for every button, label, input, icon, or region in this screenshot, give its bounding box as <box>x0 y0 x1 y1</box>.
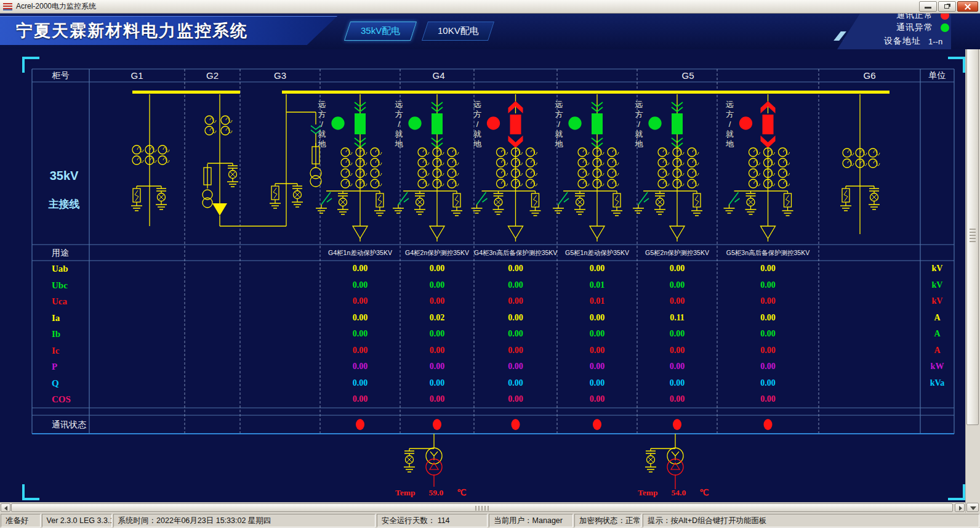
close-button[interactable] <box>957 1 978 12</box>
group-label-g4: G4 <box>320 69 557 82</box>
breaker-open[interactable] <box>592 113 603 134</box>
unit-cell: kV <box>920 261 954 277</box>
remote-local-label: 远方/就地 <box>318 100 327 148</box>
device-address-value: 1--n <box>928 37 949 46</box>
scroll-left-button[interactable] <box>1 503 10 512</box>
statusbar: 准备好Ver 2.3.0 LEG 3.3.18系统时间：2022年06月23日 … <box>0 513 980 528</box>
mimic-panel: 远方/就地远方/就地远方/就地远方/就地远方/就地远方/就地 柜号 G1 G2 … <box>0 49 965 502</box>
restore-button[interactable] <box>938 1 956 12</box>
horizontal-scroll-thumb[interactable] <box>11 503 953 512</box>
value-cell: 0.00 <box>557 391 637 407</box>
value-cell: 0.00 <box>320 359 400 375</box>
unit-cell: A <box>920 326 954 342</box>
scroll-right-button[interactable] <box>955 503 965 512</box>
status-legend-row: 通讯异常 <box>896 22 949 34</box>
feeder-bay-1[interactable]: 远方/就地 <box>316 94 385 242</box>
remote-local-label: 远方/就地 <box>555 100 564 148</box>
acrel-scada-window: Acrel-2000电力监控系统 宁夏天霖新材料电力监控系统 35kV配电 10… <box>0 0 980 528</box>
value-cell: 0.00 <box>474 293 557 309</box>
scroll-right-icon <box>959 506 962 511</box>
tab-10kv[interactable]: 10KV配电 <box>422 22 494 41</box>
value-cell: 0.00 <box>474 310 557 326</box>
value-cell: 0.00 <box>320 375 400 391</box>
value-cell: 0.00 <box>400 261 474 277</box>
breaker-open[interactable] <box>672 113 683 134</box>
statusbar-segment: 提示：按Alt+D组合键打开功能面板 <box>643 514 979 527</box>
remote-local-label: 远方/就地 <box>635 100 644 148</box>
row-label: Uab <box>52 261 68 277</box>
bay-g2[interactable] <box>203 94 286 226</box>
app-icon <box>3 3 12 10</box>
feeder-bay-3[interactable]: 远方/就地 <box>472 94 541 242</box>
titlebar: Acrel-2000电力监控系统 <box>0 0 980 14</box>
minimize-icon <box>925 7 931 9</box>
unit-cell: kVa <box>920 375 954 391</box>
value-cell: 0.00 <box>320 310 400 326</box>
vertical-scroll-thumb[interactable] <box>966 25 979 425</box>
value-cell: 0.00 <box>557 375 637 391</box>
value-cell: 0.11 <box>637 310 717 326</box>
unit-cell: kV <box>920 277 954 293</box>
minimize-button[interactable] <box>919 1 937 12</box>
value-cell: 0.00 <box>717 277 819 293</box>
value-cell: 0.00 <box>637 293 717 309</box>
feeder-bay-2[interactable]: 远方/就地 <box>393 94 462 242</box>
value-cell: 0.00 <box>474 261 557 277</box>
value-cell: 0.00 <box>637 375 717 391</box>
value-cell: 0.00 <box>400 326 474 342</box>
value-cell: 0.00 <box>717 359 819 375</box>
horizontal-scrollbar[interactable] <box>0 502 965 513</box>
usage-caption: G5柜1n差动保护35KV <box>557 245 637 261</box>
value-cell: 0.00 <box>637 343 717 359</box>
row-label: Uca <box>52 293 67 309</box>
breaker-open[interactable] <box>432 113 443 134</box>
thumb-grip-icon <box>475 506 489 511</box>
value-cell: 0.00 <box>717 343 819 359</box>
value-cell: 0.00 <box>400 277 474 293</box>
remote-local-label: 远方/就地 <box>726 100 734 148</box>
feeder-bay-6[interactable]: 远方/就地 <box>724 94 793 242</box>
bay-g1[interactable] <box>131 94 169 226</box>
group-label-g6: G6 <box>819 69 920 82</box>
comm-abnormal-dot-icon <box>941 23 949 32</box>
tab-35kv[interactable]: 35kV配电 <box>344 22 417 41</box>
breaker-open[interactable] <box>355 113 366 134</box>
row-label: Ic <box>52 343 60 359</box>
statusbar-segment: Ver 2.3.0 LEG 3.3.18 <box>42 514 112 527</box>
value-cell: 0.00 <box>717 391 819 407</box>
value-cell: 0.00 <box>320 326 400 342</box>
scroll-down-button[interactable] <box>966 503 979 512</box>
bay-g3[interactable] <box>270 94 321 226</box>
value-cell: 0.00 <box>717 326 819 342</box>
statusbar-segment: 系统时间：2022年06月23日 15:33:02 星期四 <box>113 514 376 527</box>
value-cell: 0.00 <box>474 277 557 293</box>
feeder-bay-5[interactable]: 远方/就地 <box>633 94 702 242</box>
device-address-row: 设备地址 1--n <box>884 35 949 47</box>
comm-status-row-label: 通讯状态 <box>52 415 86 434</box>
transformer-temp-1: Temp 59.0 ℃ <box>395 487 466 498</box>
breaker-closed[interactable] <box>510 115 521 134</box>
value-cell: 0.00 <box>474 343 557 359</box>
scroll-left-icon <box>4 506 7 511</box>
restore-icon <box>944 4 949 9</box>
value-cell: 0.00 <box>320 343 400 359</box>
feeder-bay-4[interactable]: 远方/就地 <box>553 94 622 242</box>
unit-header-label: 单位 <box>920 69 954 82</box>
transformer[interactable] <box>404 434 442 487</box>
value-cell: 0.01 <box>557 293 637 309</box>
value-cell: 0.00 <box>474 375 557 391</box>
unit-cell: A <box>920 310 954 326</box>
statusbar-segment: 准备好 <box>1 514 41 527</box>
bay-g6[interactable] <box>840 94 880 234</box>
app-title-panel: 宁夏天霖新材料电力监控系统 <box>0 16 337 45</box>
usage-caption: G5柜3n高后备保护测控35KV <box>717 245 819 261</box>
unit-cell: kV <box>920 293 954 309</box>
value-cell: 0.00 <box>637 326 717 342</box>
transformer[interactable] <box>645 434 683 489</box>
statusbar-segment: 安全运行天数： 114 <box>377 514 488 527</box>
value-cell: 0.00 <box>400 391 474 407</box>
vertical-scrollbar[interactable] <box>965 14 980 513</box>
remote-local-label: 远方/就地 <box>473 100 482 148</box>
comm-status-dot <box>512 419 520 430</box>
breaker-closed[interactable] <box>763 115 774 134</box>
